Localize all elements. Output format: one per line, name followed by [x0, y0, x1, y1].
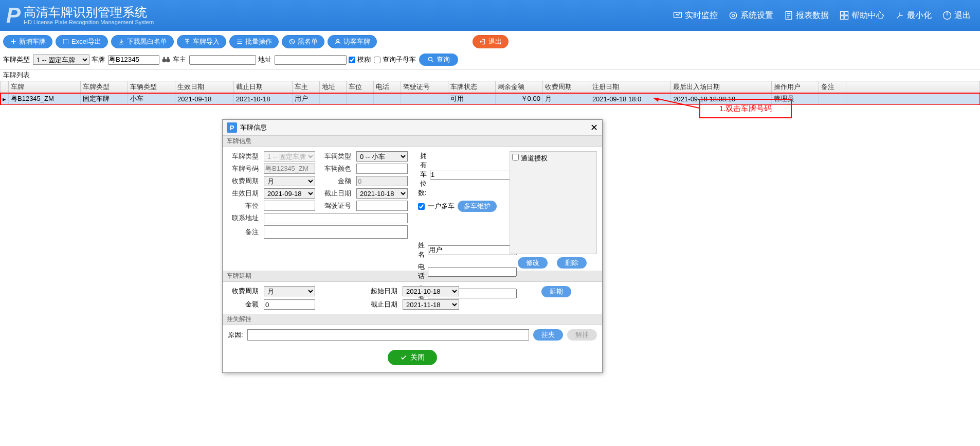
- subcar-checkbox[interactable]: [374, 57, 380, 63]
- col-license[interactable]: 驾驶证号: [401, 81, 448, 93]
- annotation-1: 1.双击车牌号码: [699, 99, 792, 105]
- toolbar: 新增车牌 Excel导出 下载黑白名单 车牌导入 批量操作 黑名单 访客车牌 退…: [0, 31, 980, 52]
- col-cycle[interactable]: 收费周期: [542, 81, 590, 93]
- table-header-row: 车牌 车牌类型 车辆类型 生效日期 截止日期 车主 地址 车位 电话 驾驶证号 …: [1, 81, 980, 93]
- svg-point-16: [428, 57, 432, 61]
- nav-minimize[interactable]: 最小化: [892, 8, 935, 23]
- plate-input[interactable]: [108, 55, 159, 65]
- nav-exit[interactable]: 退出: [939, 8, 974, 23]
- app-subtitle: HD License Plate Recognition Management …: [24, 19, 154, 25]
- svg-rect-5: [845, 12, 848, 15]
- search-bar: 车牌类型 1 -- 固定车牌 车牌 车主 地址 模糊 查询子母车 查询: [0, 52, 980, 69]
- col-end[interactable]: 截止日期: [233, 81, 292, 93]
- plate-table: 车牌 车牌类型 车辆类型 生效日期 截止日期 车主 地址 车位 电话 驾驶证号 …: [0, 81, 980, 105]
- svg-marker-18: [653, 98, 659, 102]
- fuzzy-checkbox[interactable]: [349, 57, 355, 63]
- col-regdate[interactable]: 注册日期: [590, 81, 671, 93]
- addr-input[interactable]: [275, 55, 347, 65]
- type-select[interactable]: 1 -- 固定车牌: [33, 55, 89, 65]
- svg-rect-15: [167, 57, 169, 60]
- col-phone[interactable]: 电话: [374, 81, 401, 93]
- list-title: 车牌列表: [0, 69, 980, 81]
- binoculars-icon[interactable]: [161, 55, 171, 64]
- col-op[interactable]: 操作用户: [772, 81, 819, 93]
- annotation-arrow-1: [653, 98, 699, 105]
- col-slot[interactable]: 车位: [347, 81, 374, 93]
- nav-help[interactable]: 帮助中心: [836, 8, 887, 23]
- svg-rect-7: [845, 16, 848, 20]
- header-nav: 实时监控 系统设置 报表数据 帮助中心 最小化 退出: [669, 8, 974, 23]
- excel-export-button[interactable]: Excel导出: [56, 35, 108, 48]
- col-status[interactable]: 车牌状态: [448, 81, 495, 93]
- svg-point-11: [336, 39, 339, 42]
- owner-input[interactable]: [189, 55, 256, 65]
- batch-button[interactable]: 批量操作: [229, 35, 279, 48]
- col-balance[interactable]: 剩余金额: [495, 81, 542, 93]
- blacklist-button[interactable]: 黑名单: [282, 35, 324, 48]
- col-addr[interactable]: 地址: [319, 81, 347, 93]
- fuzzy-label: 模糊: [357, 55, 371, 64]
- download-list-button[interactable]: 下载黑白名单: [111, 35, 174, 48]
- logo-icon: P: [6, 3, 21, 28]
- type-label: 车牌类型: [3, 55, 30, 64]
- col-start[interactable]: 生效日期: [175, 81, 234, 93]
- subcar-label: 查询子母车: [383, 55, 416, 64]
- col-owner[interactable]: 车主: [292, 81, 319, 93]
- logo: P 高清车牌识别管理系统 HD License Plate Recognitio…: [6, 3, 154, 28]
- svg-rect-6: [841, 16, 844, 20]
- svg-line-17: [653, 98, 699, 105]
- app-header: P 高清车牌识别管理系统 HD License Plate Recognitio…: [0, 0, 980, 31]
- table-row[interactable]: ▸ 粤B12345_ZM 固定车牌 小车 2021-09-18 2021-10-…: [1, 93, 980, 105]
- app-title: 高清车牌识别管理系统: [24, 6, 154, 19]
- svg-point-2: [732, 14, 735, 17]
- col-ptype[interactable]: 车牌类型: [81, 81, 128, 93]
- plate-label: 车牌: [92, 55, 105, 64]
- svg-rect-9: [63, 39, 68, 44]
- exit-button[interactable]: 退出: [473, 35, 509, 48]
- col-vtype[interactable]: 车辆类型: [128, 81, 175, 93]
- owner-label: 车主: [173, 55, 186, 64]
- col-remark[interactable]: 备注: [819, 81, 846, 93]
- svg-rect-14: [164, 57, 165, 60]
- nav-settings[interactable]: 系统设置: [725, 8, 776, 23]
- nav-monitor[interactable]: 实时监控: [669, 8, 721, 23]
- col-plate[interactable]: 车牌: [9, 81, 81, 93]
- visitor-button[interactable]: 访客车牌: [328, 35, 377, 48]
- addr-label: 地址: [258, 55, 271, 64]
- import-plate-button[interactable]: 车牌导入: [177, 35, 226, 48]
- col-lastio[interactable]: 最后出入场日期: [671, 81, 772, 93]
- query-button[interactable]: 查询: [419, 53, 458, 66]
- svg-rect-4: [841, 12, 844, 15]
- add-plate-button[interactable]: 新增车牌: [3, 35, 52, 48]
- nav-report[interactable]: 报表数据: [781, 8, 832, 23]
- svg-point-1: [730, 12, 736, 19]
